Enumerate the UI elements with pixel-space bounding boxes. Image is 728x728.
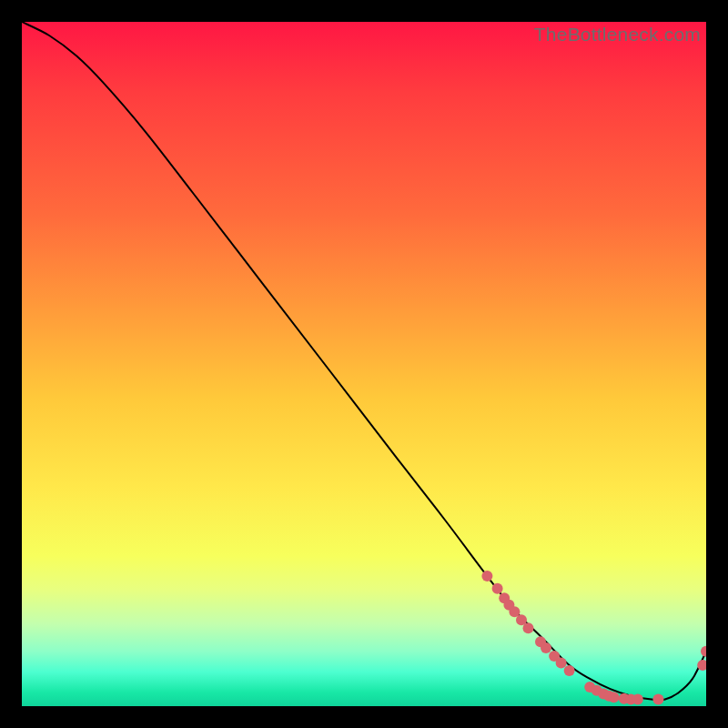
chart-marker bbox=[701, 646, 706, 657]
chart-gradient-frame: TheBottleneck.com bbox=[22, 22, 706, 706]
chart-marker bbox=[523, 622, 534, 633]
chart-markers bbox=[481, 571, 706, 704]
chart-marker bbox=[632, 694, 643, 705]
chart-marker bbox=[564, 665, 575, 676]
chart-marker bbox=[556, 658, 567, 669]
chart-marker bbox=[609, 692, 620, 703]
chart-marker bbox=[481, 571, 492, 581]
chart-marker bbox=[492, 583, 503, 594]
chart-marker bbox=[541, 642, 551, 653]
chart-curve bbox=[22, 22, 706, 700]
chart-svg bbox=[22, 22, 706, 706]
chart-marker bbox=[652, 694, 663, 705]
